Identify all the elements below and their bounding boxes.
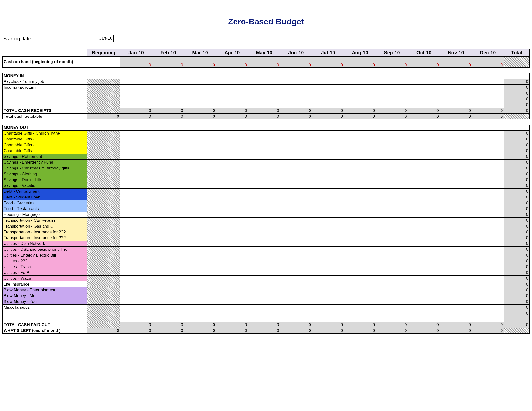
cell[interactable] bbox=[376, 293, 408, 299]
row-label[interactable]: Transportation - Car Repairs bbox=[3, 218, 87, 223]
cell[interactable] bbox=[472, 287, 504, 293]
cell[interactable] bbox=[376, 258, 408, 264]
cell[interactable] bbox=[376, 177, 408, 183]
cell[interactable] bbox=[312, 194, 344, 200]
cell[interactable] bbox=[248, 270, 280, 276]
cell[interactable] bbox=[248, 79, 280, 85]
cell[interactable] bbox=[120, 183, 152, 188]
cell[interactable]: 0 bbox=[152, 56, 184, 68]
cell[interactable] bbox=[440, 96, 472, 102]
cell[interactable] bbox=[344, 131, 376, 136]
cell[interactable] bbox=[152, 252, 184, 258]
row-label[interactable]: Utilities - VoIP bbox=[3, 270, 87, 276]
cell[interactable] bbox=[376, 85, 408, 90]
cell[interactable] bbox=[216, 85, 248, 90]
cell[interactable] bbox=[120, 241, 152, 247]
cell[interactable] bbox=[344, 241, 376, 247]
cell[interactable] bbox=[216, 310, 248, 316]
cell[interactable] bbox=[472, 293, 504, 299]
cell[interactable] bbox=[312, 159, 344, 165]
row-label[interactable]: Utilities - Water bbox=[3, 276, 87, 281]
cell[interactable] bbox=[344, 188, 376, 194]
cell[interactable] bbox=[472, 241, 504, 247]
cell[interactable] bbox=[216, 218, 248, 223]
cell[interactable] bbox=[152, 131, 184, 136]
cell[interactable] bbox=[472, 229, 504, 235]
cell[interactable] bbox=[376, 148, 408, 154]
cell[interactable] bbox=[312, 223, 344, 229]
cell[interactable] bbox=[344, 165, 376, 171]
cell[interactable] bbox=[376, 218, 408, 223]
cell[interactable] bbox=[344, 79, 376, 85]
cell[interactable] bbox=[344, 200, 376, 206]
cell[interactable] bbox=[280, 177, 312, 183]
cell[interactable]: 0 bbox=[312, 56, 344, 68]
cell[interactable] bbox=[184, 79, 216, 85]
cell[interactable] bbox=[248, 252, 280, 258]
row-label[interactable]: Savings - Doctor bills bbox=[3, 177, 87, 183]
cell[interactable] bbox=[472, 96, 504, 102]
cell[interactable] bbox=[120, 165, 152, 171]
cell[interactable] bbox=[216, 96, 248, 102]
row-label[interactable]: Debt - Car payment bbox=[3, 188, 87, 194]
cell[interactable] bbox=[184, 142, 216, 148]
cell[interactable] bbox=[344, 206, 376, 212]
cell[interactable] bbox=[120, 90, 152, 96]
cell[interactable] bbox=[120, 136, 152, 142]
cell[interactable] bbox=[344, 287, 376, 293]
cell[interactable] bbox=[152, 276, 184, 281]
cell[interactable] bbox=[280, 258, 312, 264]
cell[interactable] bbox=[472, 188, 504, 194]
cell[interactable] bbox=[440, 270, 472, 276]
cell[interactable] bbox=[376, 264, 408, 270]
cell[interactable] bbox=[152, 142, 184, 148]
cell[interactable] bbox=[248, 131, 280, 136]
cell[interactable] bbox=[344, 247, 376, 252]
cell[interactable] bbox=[472, 148, 504, 154]
cell[interactable] bbox=[312, 270, 344, 276]
cell[interactable] bbox=[472, 218, 504, 223]
cell[interactable] bbox=[376, 247, 408, 252]
row-label[interactable]: Savings - Clothing bbox=[3, 171, 87, 177]
cell[interactable] bbox=[472, 305, 504, 310]
row-label[interactable]: Utilities - ??? bbox=[3, 258, 87, 264]
cell[interactable]: 0 bbox=[120, 56, 152, 68]
starting-date-input[interactable]: Jan-10 bbox=[82, 35, 114, 42]
cell[interactable] bbox=[216, 188, 248, 194]
cell[interactable] bbox=[344, 223, 376, 229]
cell[interactable] bbox=[184, 90, 216, 96]
cell[interactable] bbox=[408, 206, 440, 212]
row-label[interactable]: Transportation - Insurance for ??? bbox=[3, 229, 87, 235]
row-label[interactable]: Transportation - Insurance for ??? bbox=[3, 235, 87, 241]
cell[interactable] bbox=[408, 264, 440, 270]
row-label[interactable]: Miscellaneous bbox=[3, 305, 87, 310]
cell[interactable]: 0 bbox=[184, 56, 216, 68]
cell[interactable] bbox=[280, 310, 312, 316]
cell[interactable] bbox=[280, 79, 312, 85]
cell[interactable] bbox=[87, 56, 120, 68]
row-label[interactable]: Charitable Gifts - bbox=[3, 148, 87, 154]
cell[interactable] bbox=[312, 299, 344, 305]
cell[interactable]: 0 bbox=[440, 56, 472, 68]
cell[interactable] bbox=[472, 223, 504, 229]
cell[interactable] bbox=[280, 264, 312, 270]
cell[interactable] bbox=[152, 310, 184, 316]
cell[interactable] bbox=[184, 177, 216, 183]
cell[interactable] bbox=[120, 102, 152, 108]
cell[interactable] bbox=[440, 276, 472, 281]
cell[interactable] bbox=[312, 241, 344, 247]
cell[interactable] bbox=[184, 154, 216, 159]
cell[interactable] bbox=[408, 188, 440, 194]
cell[interactable] bbox=[216, 252, 248, 258]
cell[interactable] bbox=[312, 212, 344, 218]
cell[interactable] bbox=[376, 287, 408, 293]
cell[interactable] bbox=[408, 154, 440, 159]
cell[interactable] bbox=[152, 218, 184, 223]
cell[interactable] bbox=[440, 299, 472, 305]
cell[interactable] bbox=[184, 218, 216, 223]
cell[interactable] bbox=[120, 287, 152, 293]
cell[interactable] bbox=[248, 223, 280, 229]
row-label[interactable]: Charitable Gifts - bbox=[3, 142, 87, 148]
cell[interactable] bbox=[120, 247, 152, 252]
cell[interactable] bbox=[312, 142, 344, 148]
